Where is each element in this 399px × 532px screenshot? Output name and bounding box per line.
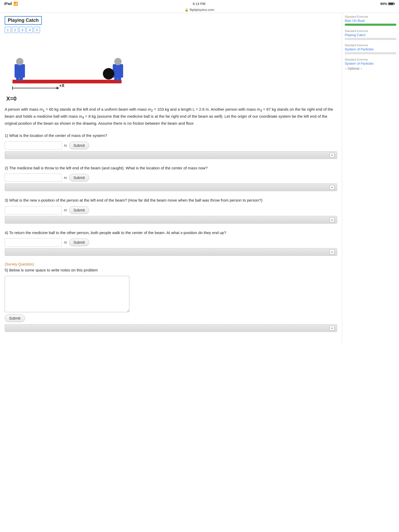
diagram-container: +X bbox=[5, 36, 337, 93]
svg-point-9 bbox=[114, 58, 122, 65]
question-1-answer-row: m Submit bbox=[5, 141, 337, 150]
svg-point-12 bbox=[103, 68, 114, 79]
question-2-answer-row: m Submit bbox=[5, 174, 337, 182]
main-layout: Playing Catch 1 2 3 4 5 bbox=[0, 13, 399, 344]
content-area: Playing Catch 1 2 3 4 5 bbox=[0, 13, 342, 344]
expand-icon-1[interactable]: + bbox=[330, 153, 334, 157]
q-num-5[interactable]: 5 bbox=[34, 27, 40, 33]
expand-bar-3: + bbox=[5, 216, 337, 224]
sidebar-title-4[interactable]: System of Particles bbox=[345, 62, 396, 65]
answer-input-4[interactable] bbox=[5, 238, 62, 247]
exercise-title: Playing Catch bbox=[5, 16, 42, 25]
status-center: 6:14 PM bbox=[193, 2, 205, 6]
svg-text:+X: +X bbox=[59, 83, 64, 88]
svg-rect-5 bbox=[16, 76, 19, 81]
question-4-block: 4) To return the medicine ball to the ot… bbox=[5, 230, 337, 256]
sidebar-label-3: Standard Exercise bbox=[345, 44, 396, 47]
svg-rect-1 bbox=[12, 80, 122, 83]
battery-icon bbox=[388, 2, 395, 5]
sidebar-item-playing-catch: Standard Exercise Playing Catch bbox=[345, 29, 396, 40]
svg-point-4 bbox=[16, 58, 23, 65]
problem-text: A person with mass m1 = 60 kg stands at … bbox=[5, 106, 337, 127]
question-3-answer-row: m Submit bbox=[5, 206, 337, 214]
sidebar-label-2: Standard Exercise bbox=[345, 29, 396, 32]
url-bar: 🔒 flipitphysics.com bbox=[0, 7, 399, 13]
q-num-2[interactable]: 2 bbox=[12, 27, 18, 33]
submit-button-5[interactable]: Submit bbox=[5, 314, 25, 322]
sidebar-progress-1 bbox=[345, 24, 396, 26]
expand-bar-1: + bbox=[5, 151, 337, 159]
answer-input-2[interactable] bbox=[5, 174, 62, 182]
sidebar-optional: -- Optional -- bbox=[345, 67, 362, 70]
physics-diagram: +X bbox=[5, 36, 135, 93]
expand-icon-2[interactable]: + bbox=[330, 185, 334, 190]
sidebar-progress-fill-1 bbox=[345, 24, 396, 26]
q-num-4[interactable]: 4 bbox=[26, 27, 33, 33]
question-numbers: 1 2 3 4 5 bbox=[5, 27, 337, 33]
question-4-answer-row: m Submit bbox=[5, 238, 337, 247]
url-text: flipitphysics.com bbox=[190, 8, 214, 12]
notes-textarea[interactable] bbox=[5, 276, 129, 312]
sidebar-label-4: Standard Exercise bbox=[345, 58, 396, 61]
expand-icon-3[interactable]: + bbox=[330, 217, 334, 222]
unit-label-1: m bbox=[64, 143, 67, 148]
submit-button-2[interactable]: Submit bbox=[69, 174, 89, 182]
sidebar-label-1: Standard Exercise bbox=[345, 15, 396, 18]
sidebar: Standard Exercise Man On Boat Standard E… bbox=[342, 13, 399, 344]
time-display: 6:14 PM bbox=[193, 2, 205, 6]
expand-icon-4[interactable]: + bbox=[330, 250, 334, 254]
question-5-text: 5) Below is some space to write notes on… bbox=[5, 267, 337, 273]
expand-bar-5: + bbox=[5, 324, 337, 332]
answer-input-1[interactable] bbox=[5, 141, 62, 150]
answer-input-3[interactable] bbox=[5, 206, 62, 214]
expand-icon-5[interactable]: + bbox=[330, 326, 334, 330]
expand-bar-4: + bbox=[5, 248, 337, 256]
question-3-text: 3) What is the new x-position of the per… bbox=[5, 197, 337, 203]
question-2-block: 2) The medicine ball is throw to the lef… bbox=[5, 165, 337, 191]
svg-rect-10 bbox=[114, 76, 117, 81]
wifi-icon: 📶 bbox=[14, 2, 18, 6]
status-bar: iPad 📶 6:14 PM 90% bbox=[0, 0, 399, 7]
status-right: 90% bbox=[380, 2, 395, 6]
question-3-block: 3) What is the new x-position of the per… bbox=[5, 197, 337, 224]
question-2-text: 2) The medicine ball is throw to the lef… bbox=[5, 165, 337, 171]
submit-button-1[interactable]: Submit bbox=[69, 142, 89, 149]
x-zero-label: X=0 bbox=[6, 95, 337, 102]
svg-rect-11 bbox=[118, 76, 121, 81]
sidebar-progress-3 bbox=[345, 52, 396, 54]
battery-percent: 90% bbox=[380, 2, 387, 6]
unit-label-3: m bbox=[64, 208, 67, 212]
q-num-1[interactable]: 1 bbox=[5, 27, 11, 33]
unit-label-4: m bbox=[64, 240, 67, 244]
sidebar-item-man-on-boat: Standard Exercise Man On Boat bbox=[345, 15, 396, 26]
status-left: iPad 📶 bbox=[4, 2, 18, 6]
sidebar-progress-2 bbox=[345, 38, 396, 40]
sidebar-item-system-particles-1: Standard Exercise System of Particles bbox=[345, 44, 396, 54]
sidebar-title-3[interactable]: System of Particles bbox=[345, 47, 396, 51]
question-1-block: 1) What is the location of the center of… bbox=[5, 133, 337, 159]
question-5-block: (Survey Question) 5) Below is some space… bbox=[5, 262, 337, 332]
sidebar-item-system-particles-2: Standard Exercise System of Particles --… bbox=[345, 58, 396, 70]
svg-rect-8 bbox=[113, 64, 123, 78]
q-num-3[interactable]: 3 bbox=[19, 27, 25, 33]
survey-label: (Survey Question) bbox=[5, 262, 337, 266]
sidebar-title-2[interactable]: Playing Catch bbox=[345, 33, 396, 37]
submit-button-3[interactable]: Submit bbox=[69, 206, 89, 214]
question-1-text: 1) What is the location of the center of… bbox=[5, 133, 337, 139]
svg-rect-3 bbox=[15, 64, 25, 78]
sidebar-title-1[interactable]: Man On Boat bbox=[345, 19, 396, 23]
unit-label-2: m bbox=[64, 176, 67, 180]
question-4-text: 4) To return the medicine ball to the ot… bbox=[5, 230, 337, 236]
submit-button-4[interactable]: Submit bbox=[69, 238, 89, 246]
svg-rect-6 bbox=[20, 76, 23, 81]
expand-bar-2: + bbox=[5, 183, 337, 191]
lock-icon: 🔒 bbox=[185, 8, 189, 12]
device-label: iPad bbox=[4, 2, 12, 6]
